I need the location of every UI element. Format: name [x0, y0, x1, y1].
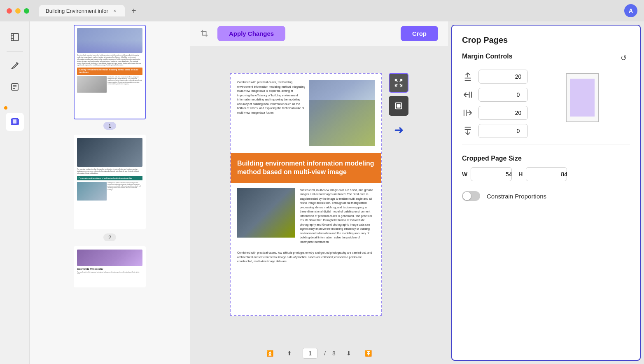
icon-sidebar: [0, 21, 30, 364]
page-navigation: ⏫ ⬆ / 8 ⬇ ⏬: [190, 343, 448, 364]
document-page: Combined with practical cases, the build…: [230, 73, 382, 316]
constrain-label: Constrain Proportions: [487, 193, 546, 200]
thumbnail-item-3[interactable]: Geometric Philosophy The specific point …: [33, 246, 187, 287]
margin-controls-layout: ▲ ▼: [462, 70, 630, 138]
crop-handle-bl[interactable]: [230, 310, 236, 316]
tab-close-btn[interactable]: ×: [112, 7, 118, 14]
svg-rect-11: [13, 119, 17, 124]
height-label: H: [518, 171, 523, 177]
notification-dot: [4, 106, 7, 110]
thumb3-title: Geometric Philosophy: [77, 268, 142, 270]
crop-button[interactable]: Crop: [401, 26, 438, 41]
traffic-lights: [7, 8, 29, 14]
close-button[interactable]: [7, 8, 12, 14]
thumb3-image: [77, 250, 142, 266]
thumbnail-frame-2[interactable]: The practical results show that through …: [74, 135, 146, 229]
right-panel: Crop Pages Margin Controls ↺: [451, 25, 641, 361]
prev-page-btn[interactable]: ⬆: [283, 347, 296, 360]
top-margin-input[interactable]: [479, 71, 528, 82]
maximize-button[interactable]: [24, 8, 29, 14]
doc-orange-title: Building environment information modelin…: [237, 159, 375, 177]
thumb2-text: The practical results show that through …: [77, 168, 142, 175]
arrow-pointer: ➜: [394, 123, 404, 137]
constrain-row: Constrain Proportions: [462, 191, 630, 201]
doc-top-section: Combined with practical cases, the build…: [231, 74, 381, 153]
preview-inner: [570, 79, 595, 117]
doc-bottom-image: [237, 188, 295, 238]
minimize-button[interactable]: [15, 8, 21, 14]
bottom-margin-input[interactable]: [479, 125, 528, 137]
width-input-wrapper: ▲ ▼: [471, 167, 512, 181]
width-field: W ▲ ▼: [462, 167, 512, 181]
first-page-btn[interactable]: ⏫: [263, 347, 276, 360]
bottom-margin-row: ▲ ▼: [462, 124, 528, 138]
doc-bottom-text: constructed, multi-view image data are f…: [300, 188, 375, 245]
expand-tool-btn[interactable]: [389, 73, 408, 93]
size-section-title: Cropped Page Size: [462, 155, 630, 162]
crop-handle-br[interactable]: [376, 310, 382, 316]
thumbnail-frame-1[interactable]: Combined with practical cases, the build…: [74, 25, 146, 119]
divider2: [7, 101, 23, 101]
user-avatar: A: [624, 4, 637, 17]
book-icon-btn[interactable]: [6, 28, 24, 46]
doc-extra-text: Combined with practical cases, low-altit…: [231, 251, 381, 269]
tab-title: Building Environment infor: [46, 8, 108, 14]
crop-handle-tl[interactable]: [230, 73, 236, 79]
thumb1-content: Combined with practical cases, the build…: [75, 26, 145, 119]
reset-margins-btn[interactable]: ↺: [617, 51, 630, 65]
pen-icon-btn[interactable]: [6, 56, 24, 75]
crop-handle-tr[interactable]: [376, 73, 382, 79]
height-field: H ▲ ▼: [518, 167, 567, 181]
thumb1-orange-banner: Building environment information modelin…: [77, 68, 142, 75]
layers-icon-btn[interactable]: [6, 113, 24, 131]
toolbar-icon-area: [200, 29, 209, 38]
thumb-page-num-1: 1: [103, 122, 116, 130]
thumb-page-num-2: 2: [103, 233, 116, 241]
left-margin-icon: [462, 107, 474, 119]
title-bar: Building Environment infor × + A: [0, 0, 644, 21]
size-section: Cropped Page Size W ▲ ▼ H: [462, 155, 630, 181]
active-tab[interactable]: Building Environment infor ×: [39, 5, 125, 16]
width-input[interactable]: [471, 168, 512, 180]
next-page-btn[interactable]: ⬇: [342, 347, 355, 360]
right-margin-icon: [462, 89, 474, 100]
thumb2-content: The practical results show that through …: [75, 135, 145, 229]
height-input[interactable]: [526, 168, 567, 180]
current-page-input[interactable]: [303, 348, 317, 359]
bottom-margin-icon: [462, 125, 474, 137]
width-label: W: [462, 171, 467, 177]
height-input-wrapper: ▲ ▼: [526, 167, 567, 181]
top-margin-row: ▲ ▼: [462, 70, 528, 84]
thumb2-teal-banner: Preservation and inheritance of architec…: [77, 176, 142, 180]
crop-tools: ➜: [389, 73, 408, 316]
page-viewer[interactable]: Combined with practical cases, the build…: [190, 46, 448, 343]
constrain-toggle[interactable]: [462, 191, 480, 201]
doc-bottom-section: constructed, multi-view image data are f…: [231, 188, 381, 251]
last-page-btn[interactable]: ⏬: [362, 347, 375, 360]
toolbar: Apply Changes Crop: [190, 21, 448, 46]
total-pages: 8: [332, 350, 336, 357]
new-tab-btn[interactable]: +: [128, 5, 140, 16]
bottom-margin-input-wrapper: ▲ ▼: [478, 124, 528, 138]
doc-text-left: Combined with practical cases, the build…: [237, 80, 309, 146]
edit-icon-btn[interactable]: [6, 78, 24, 96]
thumb1-bottom-text: constructed, multi-view image data are f…: [108, 76, 142, 93]
thumb3-content: Geometric Philosophy The specific point …: [75, 247, 145, 287]
center-tool-btn[interactable]: [389, 96, 408, 116]
top-margin-input-wrapper: ▲ ▼: [478, 70, 528, 84]
right-margin-input[interactable]: [479, 89, 528, 100]
left-margin-input-wrapper: ▲ ▼: [478, 106, 528, 120]
doc-image-right: [309, 80, 375, 146]
thumbnail-item-2[interactable]: The practical results show that through …: [33, 135, 187, 241]
main-layout: Combined with practical cases, the build…: [0, 21, 644, 364]
right-margin-row: ▲ ▼: [462, 88, 528, 102]
thumbnail-frame-3[interactable]: Geometric Philosophy The specific point …: [74, 246, 146, 287]
size-inputs: W ▲ ▼ H ▲ ▼: [462, 167, 630, 181]
thumb3-text: The specific point of this image can be …: [77, 271, 142, 275]
apply-changes-button[interactable]: Apply Changes: [217, 26, 285, 41]
top-margin-icon: [462, 71, 474, 82]
page-wrapper: Combined with practical cases, the build…: [230, 73, 408, 316]
thumbnail-item-1[interactable]: Combined with practical cases, the build…: [33, 25, 187, 130]
margin-controls-grid: ▲ ▼: [462, 70, 528, 138]
left-margin-input[interactable]: [479, 107, 528, 119]
